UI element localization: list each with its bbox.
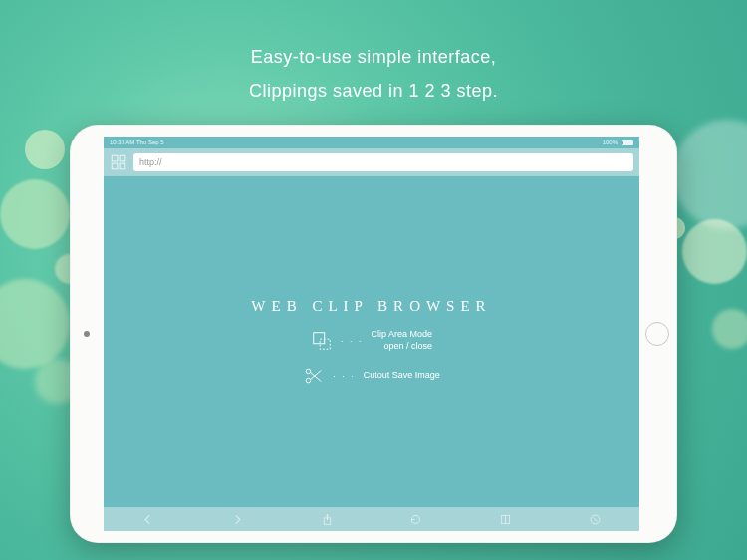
svg-rect-1: [120, 155, 125, 161]
battery-percent: 100%: [603, 140, 618, 145]
home-button[interactable]: [645, 322, 669, 346]
url-bar: http://: [104, 148, 639, 176]
grid-icon[interactable]: [110, 153, 127, 171]
forward-button[interactable]: [225, 507, 249, 531]
status-right: 100%: [603, 140, 633, 145]
feature1-line2: open / close: [371, 341, 432, 353]
bottom-toolbar: [104, 507, 639, 531]
camera-icon: [84, 331, 90, 337]
browser-content: WEB CLIP BROWSER · · · Clip Area Mode op…: [104, 176, 639, 507]
feature1-line1: Clip Area Mode: [371, 329, 432, 341]
battery-icon: [622, 140, 633, 145]
svg-rect-3: [120, 163, 125, 169]
feature2-text: Cutout Save Image: [364, 370, 440, 382]
dots: · · ·: [333, 371, 356, 381]
svg-line-9: [311, 371, 322, 380]
svg-line-8: [311, 373, 322, 382]
refresh-button[interactable]: [404, 507, 428, 531]
tablet-screen: 10:37 AM Thu Sep 5 100% http:// WEB CLIP…: [104, 137, 639, 531]
scissors-icon: [303, 366, 325, 386]
svg-rect-0: [112, 155, 118, 161]
headline-line-1: Easy-to-use simple interface,: [0, 40, 747, 74]
url-value: http://: [139, 157, 162, 167]
url-input[interactable]: http://: [133, 153, 633, 171]
feature-clip-area: · · · Clip Area Mode open / close: [311, 329, 432, 352]
svg-point-7: [306, 378, 311, 383]
svg-rect-4: [314, 332, 325, 343]
status-time: 10:37 AM Thu Sep 5: [110, 140, 164, 145]
app-title: WEB CLIP BROWSER: [251, 298, 491, 315]
headline-line-2: Clippings saved in 1 2 3 step.: [0, 74, 747, 108]
svg-point-6: [306, 369, 311, 374]
stop-button[interactable]: [583, 507, 607, 531]
feature-clip-area-text: Clip Area Mode open / close: [371, 329, 432, 352]
share-button[interactable]: [315, 507, 339, 531]
promo-headline: Easy-to-use simple interface, Clippings …: [0, 40, 747, 108]
feature-cutout-save: · · · Cutout Save Image: [303, 366, 440, 386]
clip-area-icon: [311, 331, 333, 351]
dots: · · ·: [341, 336, 364, 346]
status-bar: 10:37 AM Thu Sep 5 100%: [104, 137, 639, 148]
svg-rect-2: [112, 163, 118, 169]
bookmarks-button[interactable]: [493, 507, 517, 531]
back-button[interactable]: [136, 507, 160, 531]
tablet-frame: 10:37 AM Thu Sep 5 100% http:// WEB CLIP…: [70, 125, 677, 543]
svg-line-15: [593, 517, 597, 521]
